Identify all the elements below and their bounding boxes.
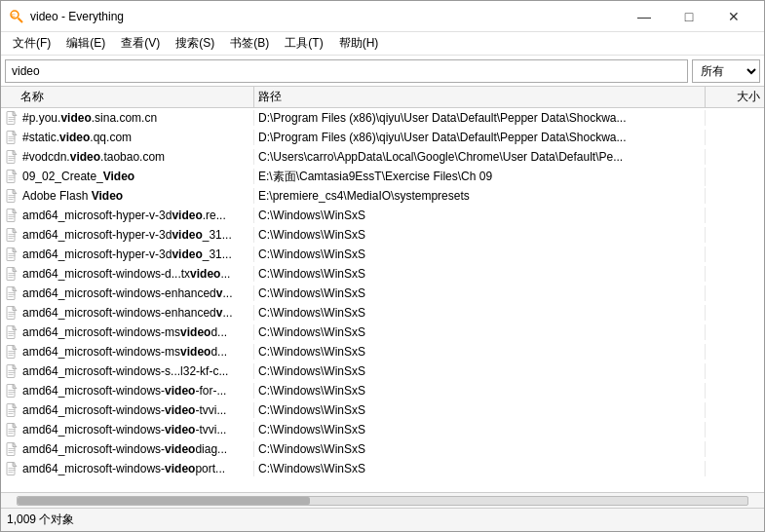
cell-size	[706, 292, 764, 294]
menu-item-f[interactable]: 文件(F)	[5, 33, 58, 54]
file-icon	[5, 364, 19, 378]
cell-size	[706, 253, 764, 255]
scrollbar-track[interactable]	[17, 496, 748, 506]
cell-size	[706, 234, 764, 236]
file-name: amd64_microsoft-windows-video-for-...	[22, 384, 226, 398]
column-header-name[interactable]: 名称	[1, 87, 254, 107]
file-name: amd64_microsoft-windows-video-tvvi...	[22, 423, 226, 437]
cell-size	[706, 136, 764, 138]
table-row[interactable]: amd64_microsoft-windows-msvideod...C:\Wi…	[1, 323, 764, 342]
menu-item-v[interactable]: 查看(V)	[113, 33, 168, 54]
main-window: E video - Everything — □ ✕ 文件(F)编辑(E)查看(…	[0, 0, 765, 532]
table-row[interactable]: amd64_microsoft-windows-video-tvvi...C:\…	[1, 420, 764, 439]
table-row[interactable]: amd64_microsoft-hyper-v-3dvideo_31...C:\…	[1, 225, 764, 245]
svg-line-1	[19, 18, 23, 22]
file-name: #static.video.qq.com	[22, 131, 132, 144]
table-row[interactable]: amd64_microsoft-hyper-v-3dvideo_31...C:\…	[1, 245, 764, 264]
cell-size	[706, 175, 764, 177]
cell-name: amd64_microsoft-windows-video-tvvi...	[1, 422, 254, 437]
cell-path: C:\Windows\WinSxS	[254, 324, 706, 340]
table-row[interactable]: amd64_microsoft-windows-videodiag...C:\W…	[1, 439, 764, 459]
cell-path: C:\Users\carro\AppData\Local\Google\Chro…	[254, 149, 706, 165]
file-icon	[5, 111, 19, 125]
cell-size	[706, 448, 764, 450]
cell-size	[706, 409, 764, 411]
file-icon	[5, 267, 19, 281]
file-icon	[5, 345, 19, 359]
file-icon	[5, 462, 19, 475]
cell-name: amd64_microsoft-windows-video-for-...	[1, 383, 254, 399]
cell-path: C:\Windows\WinSxS	[254, 247, 706, 262]
cell-path: C:\Windows\WinSxS	[254, 305, 706, 321]
status-count: 1,009 个对象	[7, 512, 74, 528]
column-header-size[interactable]: 大小	[706, 87, 764, 107]
status-bar: 1,009 个对象	[1, 508, 764, 531]
close-button[interactable]: ✕	[711, 1, 756, 32]
table-row[interactable]: #static.video.qq.comD:\Program Files (x8…	[1, 128, 764, 147]
table-row[interactable]: #p.you.video.sina.com.cnD:\Program Files…	[1, 108, 764, 128]
file-name: amd64_microsoft-hyper-v-3dvideo_31...	[22, 228, 232, 242]
table-row[interactable]: amd64_microsoft-windows-video-for-...C:\…	[1, 381, 764, 400]
file-name: amd64_microsoft-windows-msvideod...	[22, 325, 227, 339]
file-name: #p.you.video.sina.com.cn	[22, 111, 157, 125]
table-row[interactable]: amd64_microsoft-windows-enhancedv...C:\W…	[1, 284, 764, 303]
cell-name: amd64_microsoft-hyper-v-3dvideo_31...	[1, 227, 254, 243]
cell-size	[706, 273, 764, 275]
search-input[interactable]	[5, 59, 688, 83]
cell-size	[706, 390, 764, 392]
table-row[interactable]: Adobe Flash VideoE:\premiere_cs4\MediaIO…	[1, 186, 764, 206]
title-bar-left: E video - Everything	[9, 9, 124, 24]
table-row[interactable]: amd64_microsoft-windows-enhancedv...C:\W…	[1, 303, 764, 323]
minimize-button[interactable]: —	[622, 1, 667, 32]
cell-path: C:\Windows\WinSxS	[254, 441, 706, 457]
cell-name: amd64_microsoft-windows-msvideod...	[1, 324, 254, 340]
file-icon	[5, 423, 19, 437]
menu-item-h[interactable]: 帮助(H)	[331, 33, 387, 54]
cell-size	[706, 117, 764, 119]
cell-path: C:\Windows\WinSxS	[254, 461, 706, 476]
cell-name: amd64_microsoft-windows-enhancedv...	[1, 285, 254, 301]
table-row[interactable]: amd64_microsoft-windows-s...l32-kf-c...C…	[1, 361, 764, 381]
menu-item-e[interactable]: 编辑(E)	[58, 33, 113, 54]
file-icon	[5, 286, 19, 300]
table-row[interactable]: amd64_microsoft-windows-video-tvvi...C:\…	[1, 400, 764, 420]
file-name: amd64_microsoft-windows-videodiag...	[22, 442, 227, 456]
file-name: 09_02_Create_Video	[22, 170, 134, 183]
file-icon	[5, 384, 19, 398]
cell-size	[706, 468, 764, 470]
table-row[interactable]: #vodcdn.video.taobao.comC:\Users\carro\A…	[1, 147, 764, 167]
cell-path: C:\Windows\WinSxS	[254, 208, 706, 223]
table-body: #p.you.video.sina.com.cnD:\Program Files…	[1, 108, 764, 492]
menu-item-t[interactable]: 工具(T)	[277, 33, 330, 54]
cell-path: E:\素面\Camtasia9EssT\Exercise Files\Ch 09	[254, 168, 706, 186]
cell-path: C:\Windows\WinSxS	[254, 344, 706, 360]
cell-name: 09_02_Create_Video	[1, 169, 254, 184]
filter-select[interactable]: 所有音频视频图片文档压缩包	[692, 59, 760, 83]
menu-item-s[interactable]: 搜索(S)	[168, 33, 222, 54]
file-name: Adobe Flash Video	[22, 189, 123, 203]
horizontal-scrollbar[interactable]	[1, 492, 764, 508]
column-header-path[interactable]: 路径	[254, 87, 706, 107]
cell-name: amd64_microsoft-windows-d...txvideo...	[1, 266, 254, 282]
menu-bar: 文件(F)编辑(E)查看(V)搜索(S)书签(B)工具(T)帮助(H)	[1, 32, 764, 56]
table-row[interactable]: amd64_microsoft-windows-videoport...C:\W…	[1, 459, 764, 478]
file-icon	[5, 189, 19, 203]
table-row[interactable]: amd64_microsoft-windows-msvideod...C:\Wi…	[1, 342, 764, 361]
file-name: amd64_microsoft-windows-enhancedv...	[22, 286, 232, 300]
menu-item-b[interactable]: 书签(B)	[222, 33, 277, 54]
cell-size	[706, 195, 764, 197]
table-row[interactable]: 09_02_Create_VideoE:\素面\Camtasia9EssT\Ex…	[1, 167, 764, 186]
file-name: amd64_microsoft-windows-d...txvideo...	[22, 267, 230, 281]
table-row[interactable]: amd64_microsoft-hyper-v-3dvideo.re...C:\…	[1, 206, 764, 225]
file-name: amd64_microsoft-windows-enhancedv...	[22, 306, 232, 320]
file-icon	[5, 170, 19, 183]
cell-size	[706, 351, 764, 353]
cell-name: amd64_microsoft-hyper-v-3dvideo.re...	[1, 208, 254, 223]
app-icon: E	[9, 9, 24, 24]
scrollbar-thumb[interactable]	[18, 497, 310, 505]
table-row[interactable]: amd64_microsoft-windows-d...txvideo...C:…	[1, 264, 764, 284]
maximize-button[interactable]: □	[667, 1, 711, 32]
file-icon	[5, 131, 19, 144]
cell-name: amd64_microsoft-windows-s...l32-kf-c...	[1, 363, 254, 379]
file-icon	[5, 150, 19, 164]
